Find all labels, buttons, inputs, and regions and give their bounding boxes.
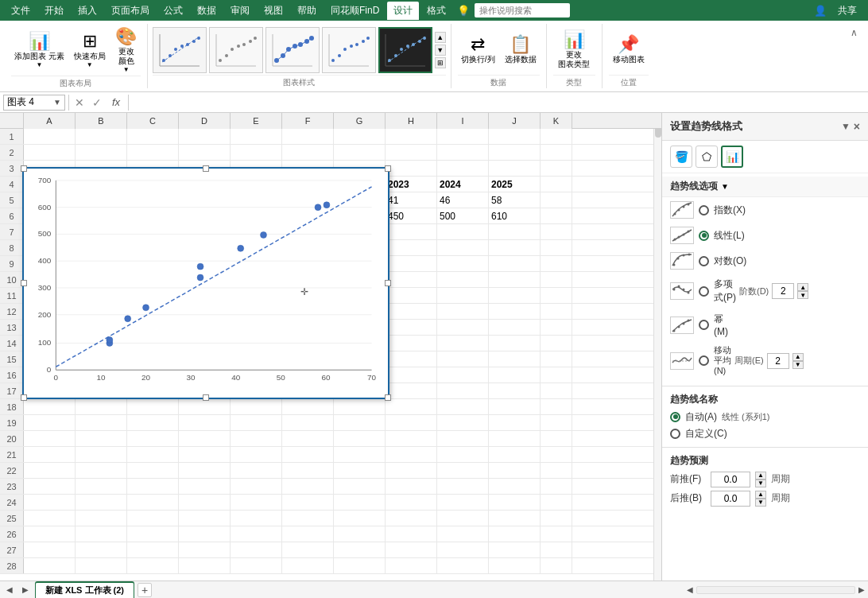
cell[interactable] xyxy=(76,431,127,447)
cell[interactable] xyxy=(127,399,179,415)
cell[interactable] xyxy=(386,304,437,320)
tab-page-layout[interactable]: 页面布局 xyxy=(105,2,156,20)
poly-degree-up[interactable]: ▲ xyxy=(797,283,808,291)
cell[interactable] xyxy=(541,558,572,574)
row-number[interactable]: 27 xyxy=(0,542,24,557)
cell[interactable] xyxy=(76,447,127,463)
select-data-button[interactable]: 📋 选择数据 xyxy=(502,32,540,67)
cell[interactable] xyxy=(541,224,572,240)
cell[interactable] xyxy=(127,415,179,431)
cell[interactable] xyxy=(489,288,541,304)
cell[interactable] xyxy=(541,161,572,177)
cell[interactable] xyxy=(437,415,489,431)
cell[interactable] xyxy=(76,526,127,542)
option-moving-avg[interactable]: 移动平均(N) 周期(E) ▲ ▼ xyxy=(662,341,868,381)
cell[interactable] xyxy=(231,129,282,145)
change-chart-type-button[interactable]: 📊 更改图表类型 xyxy=(554,27,594,72)
search-input[interactable] xyxy=(475,3,570,17)
cell[interactable]: 610 xyxy=(489,208,541,224)
cell[interactable] xyxy=(489,415,541,431)
cell[interactable] xyxy=(127,463,179,479)
cell[interactable] xyxy=(127,558,179,574)
cell[interactable] xyxy=(541,304,572,320)
resize-handle-bot-right[interactable] xyxy=(385,394,391,401)
cell[interactable] xyxy=(231,511,282,526)
cell[interactable] xyxy=(386,367,437,383)
switch-row-col-button[interactable]: ⇄ 切换行/列 xyxy=(458,32,498,67)
col-h[interactable]: H xyxy=(386,113,437,129)
panel-pin-button[interactable]: ▼ xyxy=(841,121,851,132)
fill-icon-button[interactable]: 🪣 xyxy=(670,146,692,168)
cell[interactable] xyxy=(541,288,572,304)
cell[interactable] xyxy=(489,431,541,447)
ribbon-collapse-button[interactable]: ∧ xyxy=(851,24,863,88)
resize-handle-bot-left[interactable] xyxy=(21,394,27,401)
cell[interactable] xyxy=(437,288,489,304)
cell[interactable] xyxy=(386,336,437,351)
tab-format[interactable]: 格式 xyxy=(420,2,452,20)
chart-options-icon-button[interactable]: 📊 xyxy=(721,146,743,168)
cell[interactable] xyxy=(541,192,572,208)
row-number[interactable]: 22 xyxy=(0,463,24,478)
cell[interactable]: 46 xyxy=(437,192,489,208)
forecast-forward-input[interactable] xyxy=(711,472,750,487)
cell[interactable] xyxy=(24,542,76,558)
move-chart-button[interactable]: 📌 移动图表 xyxy=(609,32,649,67)
col-b[interactable]: B xyxy=(76,113,127,129)
cell[interactable] xyxy=(282,526,334,542)
cell[interactable] xyxy=(386,511,437,526)
cell[interactable] xyxy=(437,304,489,320)
cell[interactable] xyxy=(386,161,437,177)
cell[interactable] xyxy=(386,383,437,399)
horizontal-scroll-left[interactable]: ◀ xyxy=(687,585,693,594)
resize-handle-top-left[interactable] xyxy=(21,165,27,172)
cell[interactable] xyxy=(334,145,386,161)
cell[interactable] xyxy=(334,479,386,495)
cell[interactable] xyxy=(76,415,127,431)
cell[interactable] xyxy=(386,351,437,367)
cell[interactable] xyxy=(541,256,572,272)
cell[interactable] xyxy=(489,272,541,288)
cell[interactable]: 450 xyxy=(386,208,437,224)
cell[interactable] xyxy=(127,129,179,145)
option-log[interactable]: 对数(O) xyxy=(662,248,868,274)
formula-input[interactable] xyxy=(132,95,865,111)
cell[interactable] xyxy=(386,272,437,288)
cell[interactable] xyxy=(334,447,386,463)
cell[interactable] xyxy=(127,479,179,495)
cell[interactable] xyxy=(76,558,127,574)
cell[interactable] xyxy=(437,240,489,256)
style-thumb-5[interactable] xyxy=(378,27,432,73)
option-linear[interactable]: 线性(L) xyxy=(662,223,868,248)
cell[interactable] xyxy=(282,558,334,574)
cell[interactable] xyxy=(231,558,282,574)
log-radio[interactable] xyxy=(699,256,709,266)
cell[interactable] xyxy=(489,367,541,383)
row-number[interactable]: 5 xyxy=(0,192,24,208)
cell[interactable] xyxy=(231,495,282,511)
tab-review[interactable]: 审阅 xyxy=(224,2,256,20)
row-number[interactable]: 2 xyxy=(0,145,24,160)
backward-down[interactable]: ▼ xyxy=(755,499,766,507)
cell[interactable] xyxy=(489,304,541,320)
col-f[interactable]: F xyxy=(282,113,334,129)
cell[interactable] xyxy=(437,495,489,511)
cell[interactable] xyxy=(76,495,127,511)
cell[interactable] xyxy=(541,399,572,415)
row-number[interactable]: 7 xyxy=(0,224,24,239)
cell[interactable] xyxy=(231,447,282,463)
cell[interactable] xyxy=(231,431,282,447)
cell[interactable] xyxy=(437,511,489,526)
cell[interactable] xyxy=(231,145,282,161)
cell[interactable] xyxy=(386,240,437,256)
cell[interactable] xyxy=(127,495,179,511)
cell[interactable] xyxy=(437,463,489,479)
cell[interactable] xyxy=(76,129,127,145)
cell[interactable] xyxy=(386,399,437,415)
style-scroll-up[interactable]: ▲ xyxy=(435,32,446,43)
row-number[interactable]: 4 xyxy=(0,177,24,192)
tab-view[interactable]: 视图 xyxy=(258,2,289,20)
cell[interactable] xyxy=(386,320,437,336)
row-number[interactable]: 9 xyxy=(0,256,24,271)
cell[interactable] xyxy=(76,399,127,415)
